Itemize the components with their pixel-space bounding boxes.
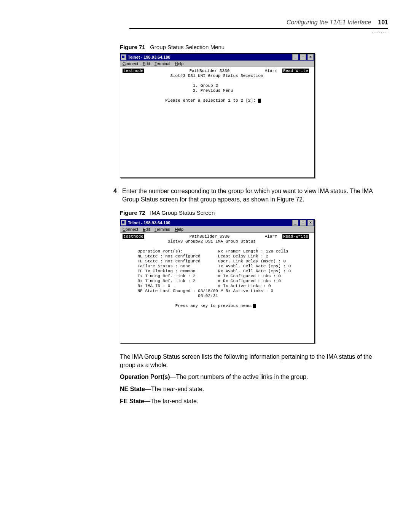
titlebar[interactable]: Telnet - 198.93.64.100 _ □ ×	[120, 54, 314, 61]
definition: —The near-end state.	[145, 386, 204, 392]
menu-edit[interactable]: Edit	[143, 227, 150, 232]
term: FE State	[120, 398, 144, 404]
titlebar[interactable]: Telnet - 198.93.64.100 _ □ ×	[120, 219, 314, 226]
menu-terminal[interactable]: Terminal	[155, 227, 170, 232]
row: # Rx Configured Links : 0	[218, 279, 281, 283]
prompt-text: Please enter a selection 1 to 2 [2]:	[165, 98, 258, 103]
row: Least Delay Link : 2	[218, 254, 268, 259]
row: FE Tx Clocking : common	[138, 269, 196, 273]
header-rule	[129, 28, 388, 29]
close-button[interactable]: ×	[307, 220, 314, 226]
cursor-icon	[258, 99, 261, 103]
mode-label: Read-Write	[282, 234, 309, 239]
figure-71-caption: Figure 71 Group Status Selection Menu	[120, 44, 373, 50]
row: NE State Last Changed : 03/15/00	[138, 289, 218, 293]
page: Configuring the T1/E1 Interface 101 ....…	[0, 0, 411, 532]
alarm-label: Alarm	[265, 69, 277, 73]
close-button[interactable]: ×	[307, 54, 314, 60]
menubar: Connect Edit Terminal Help	[120, 61, 314, 67]
row: Tx Avabl. Cell Rate (cps) : 0	[218, 264, 291, 268]
telnet-window-2: Telnet - 198.93.64.100 _ □ × Connect Edi…	[120, 219, 315, 343]
row: FE State : not configured	[138, 259, 201, 264]
content-column: Figure 71 Group Status Selection Menu Te…	[120, 44, 373, 405]
row: NE State : not configured	[138, 254, 201, 259]
minimize-button[interactable]: _	[292, 220, 298, 226]
step-4: 4 Enter the number corresponding to the …	[120, 187, 373, 203]
screen-subtitle: Slot#3 DS1 UNI Group Status Selection	[170, 73, 263, 78]
row: Rx IMA ID : 0	[138, 284, 170, 288]
row: Failure Status : none	[138, 264, 191, 268]
sys-title: PathBuilder S330	[190, 234, 230, 239]
menu-connect[interactable]: Connect	[123, 227, 138, 232]
window-title: Telnet - 198.93.64.100	[128, 55, 291, 59]
sys-title: PathBuilder S330	[190, 69, 230, 73]
mode-label: Read-Write	[282, 69, 309, 73]
maximize-button[interactable]: □	[300, 220, 306, 226]
terminal-area-1[interactable]: testnode PathBuilder S330 Alarm Read-Wri…	[120, 67, 314, 177]
page-number: 101	[378, 19, 388, 26]
minimize-button[interactable]: _	[292, 54, 298, 60]
menu-help[interactable]: Help	[175, 227, 184, 232]
app-icon	[121, 54, 126, 60]
window-title: Telnet - 198.93.64.100	[128, 220, 291, 225]
row: Rx Avabl. Cell Rate (cps) : 0	[218, 269, 291, 273]
header-dots: .........	[23, 30, 388, 34]
row: Rx Timing Ref. Link : 2	[138, 279, 196, 283]
definition: —The far-end state.	[144, 398, 198, 404]
row: # Tx Active Links : 0	[218, 284, 271, 288]
figure-71-text: Group Status Selection Menu	[150, 44, 225, 50]
row: Operation Port(s):	[138, 249, 183, 254]
menubar: Connect Edit Terminal Help	[120, 226, 314, 233]
term: Operation Port(s)	[120, 374, 170, 380]
figure-72-label: Figure 72	[120, 209, 145, 216]
step-text: Enter the number corresponding to the gr…	[122, 187, 373, 203]
row: Oper. Link Delay (msec) : 0	[218, 259, 286, 264]
section-title: Configuring the T1/E1 Interface	[287, 19, 371, 26]
menu-help[interactable]: Help	[175, 61, 184, 66]
row: Tx Timing Ref. Link : 2	[138, 274, 196, 278]
paragraph: The IMA Group Status screen lists the fo…	[120, 353, 373, 369]
row: # Rx Active Links : 0	[220, 289, 273, 293]
term: NE State	[120, 386, 145, 392]
terminal-area-2[interactable]: testnode PathBuilder S330 Alarm Read-Wri…	[120, 233, 314, 343]
footer-prompt: Press any key to previous menu.	[175, 304, 253, 308]
running-header: Configuring the T1/E1 Interface 101	[23, 19, 388, 26]
cursor-icon	[253, 304, 256, 308]
hostname: testnode	[123, 234, 144, 239]
def-ne-state: NE State—The near-end state.	[120, 385, 373, 393]
figure-71-label: Figure 71	[120, 44, 145, 50]
telnet-window-1: Telnet - 198.93.64.100 _ □ × Connect Edi…	[120, 53, 315, 178]
row: Rx Framer Length : 128 cells	[218, 249, 288, 254]
figure-72-caption: Figure 72 IMA Group Status Screen	[120, 209, 373, 216]
menu-connect[interactable]: Connect	[123, 61, 138, 66]
def-operation-ports: Operation Port(s)—The port numbers of th…	[120, 373, 373, 381]
screen-subtitle: Slot#3 Group#2 DS1 IMA Group Status	[168, 239, 256, 244]
definition: —The port numbers of the active links in…	[170, 374, 308, 380]
def-fe-state: FE State—The far-end state.	[120, 397, 373, 406]
row: 06:02:31	[198, 294, 218, 298]
maximize-button[interactable]: □	[300, 54, 306, 60]
menu-edit[interactable]: Edit	[143, 61, 150, 66]
figure-72-text: IMA Group Status Screen	[150, 209, 215, 216]
hostname: testnode	[123, 69, 144, 73]
alarm-label: Alarm	[265, 234, 277, 239]
menu-option-2: 2. Previous Menu	[193, 88, 233, 93]
row: # Tx Configured Links : 0	[218, 274, 281, 278]
app-icon	[121, 220, 126, 225]
menu-option-1: 1. Group 2	[193, 83, 218, 88]
step-number: 4	[111, 187, 117, 203]
menu-terminal[interactable]: Terminal	[155, 61, 170, 66]
